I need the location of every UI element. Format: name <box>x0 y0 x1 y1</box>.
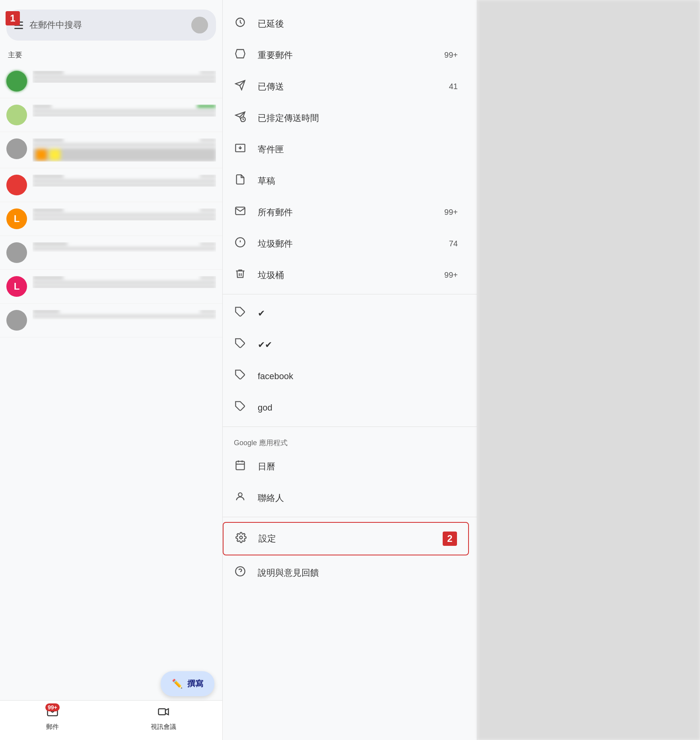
menu-badge: 41 <box>449 82 458 91</box>
all-mail-icon <box>234 205 247 219</box>
email-item[interactable] <box>0 304 222 337</box>
menu-badge: 99+ <box>444 271 458 280</box>
menu-label: 日曆 <box>258 461 458 473</box>
menu-item-trash[interactable]: 垃圾桶 99+ <box>223 259 469 291</box>
clock-icon <box>234 17 247 31</box>
section-main-label: 主要 <box>0 47 222 64</box>
sender-name <box>33 175 64 178</box>
menu-item-help[interactable]: 說明與意見回饋 <box>223 557 469 588</box>
menu-item-label-facebook[interactable]: facebook <box>223 360 469 392</box>
email-content <box>33 175 216 187</box>
user-avatar[interactable] <box>191 17 208 33</box>
nav-mail[interactable]: 99+ 郵件 <box>46 706 59 731</box>
menu-label: 草稿 <box>258 175 447 187</box>
email-subject <box>33 76 216 78</box>
menu-label: 垃圾郵件 <box>258 238 438 250</box>
menu-badge: 99+ <box>444 208 458 217</box>
email-content <box>33 276 216 288</box>
menu-item-drafts[interactable]: 草稿 <box>223 165 469 197</box>
menu-label: 寄件匣 <box>258 144 447 156</box>
sender-avatar <box>6 310 27 331</box>
menu-label: 已傳送 <box>258 81 438 93</box>
menu-label: 所有郵件 <box>258 206 433 218</box>
bottom-nav: 99+ 郵件 視訊會議 <box>0 700 222 740</box>
email-content <box>33 310 216 319</box>
sender-name <box>33 208 64 212</box>
email-preview <box>33 148 216 162</box>
send-icon <box>234 80 247 93</box>
svg-point-16 <box>238 493 242 497</box>
compose-label: 撰寫 <box>187 678 203 689</box>
menu-badge: 74 <box>449 239 458 248</box>
email-date <box>200 71 216 74</box>
menu-item-scheduled[interactable]: 已排定傳送時間 <box>223 102 469 134</box>
trash-icon <box>234 268 247 282</box>
outbox-icon <box>234 142 247 156</box>
meet-label: 視訊會議 <box>151 723 176 731</box>
email-date <box>200 209 216 211</box>
email-subject <box>33 214 216 216</box>
email-item[interactable] <box>0 98 222 132</box>
email-item[interactable]: L <box>0 202 222 236</box>
mail-label: 郵件 <box>46 723 59 731</box>
menu-label-help: 說明與意見回饋 <box>258 567 458 579</box>
nav-meet[interactable]: 視訊會議 <box>151 706 176 731</box>
compose-fab[interactable]: ✏️ 撰寫 <box>161 671 214 696</box>
svg-point-17 <box>240 536 243 539</box>
menu-item-label-god[interactable]: god <box>223 392 469 423</box>
calendar-icon <box>234 460 247 473</box>
svg-rect-1 <box>159 709 166 715</box>
sender-avatar: L <box>6 276 27 297</box>
divider <box>223 517 477 517</box>
svg-marker-3 <box>235 50 245 58</box>
email-subject <box>33 180 216 182</box>
spam-icon <box>234 237 247 251</box>
label-icon <box>234 369 247 383</box>
menu-item-important[interactable]: 重要郵件 99+ <box>223 39 469 71</box>
menu-item-label-check2[interactable]: ✔✔ <box>223 329 469 360</box>
menu-item-contacts[interactable]: 聯絡人 <box>223 482 469 514</box>
menu-item-sent[interactable]: 已傳送 41 <box>223 71 469 102</box>
menu-label-god: god <box>258 403 458 413</box>
email-badge <box>197 105 216 108</box>
menu-label: 已延後 <box>258 18 447 30</box>
email-content <box>33 71 216 83</box>
search-placeholder: 在郵件中搜尋 <box>29 19 185 31</box>
help-icon <box>234 566 247 580</box>
menu-item-settings[interactable]: 設定 2 <box>223 522 469 555</box>
mail-icon: 99+ <box>47 706 58 721</box>
schedule-send-icon <box>234 111 247 125</box>
email-item[interactable] <box>0 64 222 98</box>
email-date <box>200 277 216 279</box>
email-content <box>33 138 216 162</box>
menu-label: 已排定傳送時間 <box>258 112 447 124</box>
email-item[interactable] <box>0 236 222 270</box>
email-content <box>33 105 216 117</box>
email-item[interactable] <box>0 132 222 168</box>
sender-name <box>33 276 64 279</box>
menu-label: 垃圾桶 <box>258 269 433 281</box>
sender-avatar <box>6 138 27 159</box>
inbox-panel: 1 在郵件中搜尋 主要 <box>0 0 223 740</box>
sender-name <box>33 105 52 108</box>
menu-item-label-check1[interactable]: ✔ <box>223 298 469 329</box>
svg-rect-12 <box>236 462 245 470</box>
draft-icon <box>234 174 247 188</box>
sender-name <box>33 242 68 245</box>
email-date <box>200 139 216 141</box>
divider <box>223 294 477 294</box>
sender-name <box>33 310 60 313</box>
menu-item-all[interactable]: 所有郵件 99+ <box>223 197 469 228</box>
annotation-1: 1 <box>6 11 20 25</box>
menu-label: ✔ <box>258 308 458 319</box>
label-icon <box>234 306 247 320</box>
menu-item-outbox[interactable]: 寄件匣 <box>223 134 469 165</box>
menu-item-snoozed[interactable]: 已延後 <box>223 8 469 39</box>
search-bar[interactable]: 在郵件中搜尋 <box>6 10 216 41</box>
email-item[interactable]: L <box>0 270 222 304</box>
menu-label: 重要郵件 <box>258 49 433 61</box>
email-item[interactable] <box>0 168 222 202</box>
sender-name <box>33 71 64 74</box>
menu-item-calendar[interactable]: 日曆 <box>223 451 469 482</box>
menu-item-spam[interactable]: 垃圾郵件 74 <box>223 228 469 259</box>
